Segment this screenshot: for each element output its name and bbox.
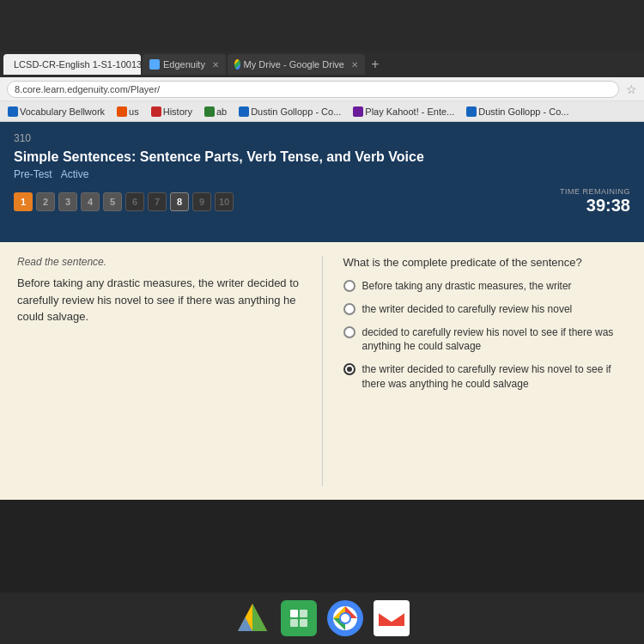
tab-edgenuity[interactable]: Edgenuity ✕	[143, 54, 226, 75]
pre-test-row: Pre-Test Active	[14, 168, 630, 180]
q-btn-7[interactable]: 7	[148, 192, 167, 211]
answer-choice-d[interactable]: the writer decided to carefully review h…	[343, 362, 628, 392]
bookmark-dustin1[interactable]: Dustin Gollopp - Co...	[234, 105, 345, 118]
bookmark-label-ab: ab	[216, 106, 227, 117]
svg-rect-6	[300, 619, 307, 627]
q-btn-5[interactable]: 5	[103, 192, 122, 211]
tab-drive[interactable]: My Drive - Google Drive ✕	[228, 54, 365, 75]
bookmark-label-kahoot: Play Kahoot! - Ente...	[365, 106, 454, 117]
pre-test-label: Pre-Test	[14, 168, 52, 180]
tab-icon-doc	[149, 59, 160, 70]
radio-inner-d	[347, 367, 352, 372]
answer-choice-c[interactable]: decided to carefully review his novel to…	[343, 325, 628, 355]
bookmark-history[interactable]: History	[147, 105, 197, 118]
address-bar: 8.core.learn.edgenuity.com/Player/ ☆	[0, 77, 644, 101]
taskbar-gmail-icon[interactable]	[374, 600, 410, 636]
lesson-title: Simple Sentences: Sentence Parts, Verb T…	[14, 149, 630, 165]
read-instruction: Read the sentence.	[17, 256, 301, 268]
time-remaining-label: TIME REMAINING	[560, 187, 630, 196]
tab-label-drive: My Drive - Google Drive	[244, 59, 344, 70]
tab-label-lcsd: LCSD-CR-English 1-S1-1001310	[14, 59, 141, 70]
q-btn-2[interactable]: 2	[36, 192, 55, 211]
bookmark-icon-dustin1	[239, 106, 249, 117]
answer-choice-b[interactable]: the writer decided to carefully review h…	[343, 302, 628, 317]
radio-b[interactable]	[343, 303, 355, 315]
tab-icon-drive	[234, 59, 240, 70]
url-text: 8.core.learn.edgenuity.com/Player/	[15, 84, 160, 94]
bottom-dark-area	[0, 500, 644, 603]
nav-and-time: 1 2 3 4 5 6 7 8 9 10 TIME REMAINING 39:3…	[14, 187, 630, 216]
bookmark-label-dustin1: Dustin Gollopp - Co...	[251, 106, 341, 117]
url-box[interactable]: 8.core.learn.edgenuity.com/Player/	[7, 81, 619, 98]
svg-point-10	[341, 614, 349, 623]
bookmark-label-us: us	[129, 106, 139, 117]
question-left-column: Read the sentence. Before taking any dra…	[17, 256, 301, 486]
bookmark-label-history: History	[163, 106, 192, 117]
bookmark-ab[interactable]: ab	[200, 105, 231, 118]
os-taskbar	[0, 592, 644, 644]
page-content: 310 Simple Sentences: Sentence Parts, Ve…	[0, 122, 644, 242]
question-area: Read the sentence. Before taking any dra…	[0, 242, 644, 500]
radio-c[interactable]	[343, 326, 355, 338]
q-btn-4[interactable]: 4	[81, 192, 100, 211]
bookmark-label-dustin2: Dustin Gollopp - Co...	[478, 106, 568, 117]
tab-close-drive[interactable]: ✕	[351, 60, 358, 70]
svg-rect-3	[290, 610, 298, 617]
taskbar-green-icon[interactable]	[281, 600, 317, 636]
q-btn-10[interactable]: 10	[215, 192, 234, 211]
bookmark-kahoot[interactable]: Play Kahoot! - Ente...	[349, 105, 459, 118]
bookmark-icon-us	[117, 106, 127, 117]
question-right-column: What is the complete predicate of the se…	[343, 256, 628, 486]
taskbar-drive-icon[interactable]	[234, 600, 270, 636]
q-btn-3[interactable]: 3	[58, 192, 77, 211]
q-btn-9[interactable]: 9	[192, 192, 211, 211]
q-btn-1[interactable]: 1	[14, 192, 33, 211]
time-remaining: TIME REMAINING 39:38	[560, 187, 630, 216]
tab-lcsd[interactable]: LCSD-CR-English 1-S1-1001310 ✕	[3, 54, 141, 75]
browser-window: LCSD-CR-English 1-S1-1001310 ✕ Edgenuity…	[0, 52, 644, 122]
column-divider	[322, 256, 323, 486]
bookmark-vocabulary[interactable]: Vocabulary Bellwork	[3, 105, 109, 118]
tab-label-edgenuity: Edgenuity	[163, 59, 205, 70]
new-tab-button[interactable]: +	[367, 56, 384, 73]
choice-text-a: Before taking any drastic measures, the …	[362, 279, 572, 294]
answer-choice-a[interactable]: Before taking any drastic measures, the …	[343, 279, 628, 294]
radio-d[interactable]	[343, 363, 355, 375]
q-btn-6[interactable]: 6	[125, 192, 144, 211]
bookmark-icon-kahoot	[353, 106, 363, 117]
page-number-indicator: 310	[14, 132, 630, 144]
os-top-bar	[0, 0, 644, 52]
bookmark-dustin2[interactable]: Dustin Gollopp - Co...	[462, 105, 573, 118]
question-prompt: What is the complete predicate of the se…	[343, 256, 628, 269]
bookmarks-bar: Vocabulary Bellwork us History ab Dustin…	[0, 101, 644, 122]
question-nav: 1 2 3 4 5 6 7 8 9 10	[14, 192, 234, 211]
choice-text-c: decided to carefully review his novel to…	[362, 325, 628, 355]
choice-text-b: the writer decided to carefully review h…	[362, 302, 573, 317]
choice-text-d: the writer decided to carefully review h…	[362, 362, 628, 392]
svg-marker-1	[252, 604, 267, 631]
tab-close-edgenuity[interactable]: ✕	[212, 60, 219, 70]
passage-text: Before taking any drastic measures, the …	[17, 275, 301, 325]
bookmark-star-icon[interactable]: ☆	[626, 82, 637, 96]
tab-bar: LCSD-CR-English 1-S1-1001310 ✕ Edgenuity…	[0, 52, 644, 77]
bookmark-label-vocabulary: Vocabulary Bellwork	[20, 106, 105, 117]
bookmark-icon-history	[151, 106, 161, 117]
taskbar-chrome-icon[interactable]	[327, 600, 363, 636]
svg-rect-4	[300, 610, 307, 617]
time-remaining-value: 39:38	[560, 196, 630, 216]
q-btn-8[interactable]: 8	[170, 192, 189, 211]
bookmark-us[interactable]: us	[112, 105, 143, 118]
active-badge: Active	[61, 168, 89, 180]
svg-rect-5	[290, 619, 298, 627]
bookmark-icon-vocabulary	[8, 106, 18, 117]
bookmark-icon-dustin2	[466, 106, 477, 117]
radio-a[interactable]	[343, 280, 355, 292]
bookmark-icon-ab	[204, 106, 215, 117]
